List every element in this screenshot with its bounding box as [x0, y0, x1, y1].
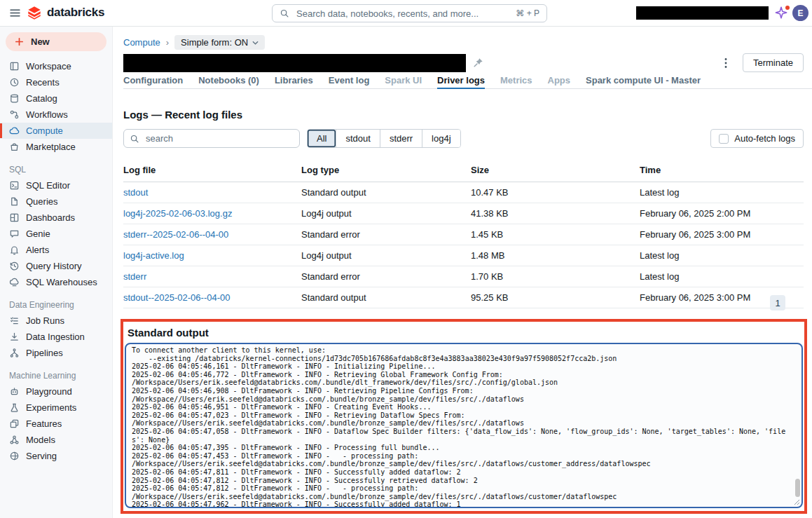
sidebar-item-recents[interactable]: Recents	[0, 74, 112, 90]
tab-libraries[interactable]: Libraries	[275, 74, 313, 88]
sidebar-item-alerts[interactable]: Alerts	[0, 242, 112, 258]
sidebar-item-features[interactable]: Features	[0, 416, 112, 432]
table-row: stderr Standard error 1.70 KB Latest log	[123, 266, 804, 287]
time-cell: Latest log	[640, 266, 804, 287]
hamburger-menu-icon[interactable]	[9, 7, 21, 19]
log-files-table: Log file Log type Size Time stdout Stand…	[123, 159, 804, 308]
column-header-log-file: Log file	[123, 159, 301, 182]
filter-log4j-button[interactable]: log4j	[422, 130, 460, 147]
queries-icon	[9, 196, 20, 207]
log-filter-group: All stdout stderr log4j	[307, 129, 461, 148]
sidebar-item-dashboards[interactable]: Dashboards	[0, 210, 112, 226]
sidebar-item-models[interactable]: Models	[0, 432, 112, 448]
sidebar-item-queries[interactable]: Queries	[0, 193, 112, 210]
compute-cloud-icon	[9, 125, 20, 136]
log-file-link[interactable]: stderr	[123, 271, 146, 282]
page-1-button[interactable]: 1	[770, 295, 785, 311]
table-row: stdout--2025-02-06--04-00 Standard outpu…	[123, 287, 804, 308]
terminate-button[interactable]: Terminate	[743, 53, 804, 72]
sidebar-item-genie[interactable]: Genie	[0, 226, 112, 242]
column-header-time: Time	[640, 159, 804, 182]
log-type-cell: Log4j output	[301, 203, 471, 224]
workflows-icon	[9, 109, 20, 120]
tab-spark-ui[interactable]: Spark UI	[385, 74, 422, 88]
log-file-link[interactable]: stdout--2025-02-06--04-00	[123, 292, 230, 303]
sidebar-item-query-history[interactable]: Query History	[0, 258, 112, 274]
log-search-input[interactable]	[144, 132, 294, 144]
sidebar-item-data-ingestion[interactable]: Data Ingestion	[0, 329, 112, 345]
sidebar-item-compute[interactable]: Compute	[0, 123, 112, 139]
sidebar-item-label: Workflows	[26, 109, 68, 120]
log-output-panel[interactable]: To connect another client to this kernel…	[125, 343, 803, 508]
log-type-cell: Standard error	[301, 266, 471, 287]
tab-event-log[interactable]: Event log	[329, 74, 370, 88]
log-file-link[interactable]: log4j-2025-02-06-03.log.gz	[123, 208, 232, 219]
size-cell: 95.25 KB	[471, 287, 640, 308]
sidebar-item-experiments[interactable]: Experiments	[0, 400, 112, 416]
breadcrumb: Compute › Simple form: ON	[123, 35, 265, 50]
flask-icon	[9, 402, 20, 413]
tab-metrics[interactable]: Metrics	[500, 74, 532, 88]
plus-icon	[14, 36, 25, 47]
top-bar: databricks ⌘ + P E	[0, 0, 812, 27]
assistant-sparkle-icon[interactable]	[775, 6, 789, 20]
notification-dot	[785, 6, 790, 10]
sidebar-item-label: Alerts	[26, 245, 49, 255]
logs-controls: All stdout stderr log4j Auto-fetch logs	[123, 129, 804, 149]
sidebar-item-label: Dashboards	[26, 212, 75, 223]
sidebar-item-workflows[interactable]: Workflows	[0, 107, 112, 123]
filter-all-button[interactable]: All	[308, 130, 336, 147]
time-cell: Latest log	[640, 245, 804, 266]
tab-spark-compute-ui-master[interactable]: Spark compute UI - Master	[586, 74, 701, 88]
sidebar-item-pipelines[interactable]: Pipelines	[0, 345, 112, 361]
search-icon	[280, 8, 289, 18]
breadcrumb-mode-dropdown[interactable]: Simple form: ON	[174, 35, 265, 50]
tab-configuration[interactable]: Configuration	[123, 74, 183, 88]
search-shortcut: ⌘ + P	[516, 8, 539, 18]
sidebar-item-workspace[interactable]: Workspace	[0, 58, 112, 74]
tab-notebooks[interactable]: Notebooks (0)	[198, 74, 259, 88]
log-file-link[interactable]: log4j-active.log	[123, 250, 184, 261]
data-ingestion-icon	[9, 332, 20, 342]
sidebar-item-sql-editor[interactable]: SQL Editor	[0, 177, 112, 193]
global-search[interactable]: ⌘ + P	[272, 4, 547, 22]
resize-handle[interactable]	[794, 499, 800, 505]
pipelines-icon	[9, 348, 20, 358]
auto-fetch-logs-toggle[interactable]: Auto-fetch logs	[710, 129, 804, 148]
sidebar-item-label: Workspace	[26, 61, 71, 71]
sidebar-item-label: Genie	[26, 229, 50, 239]
table-row: stdout Standard output 10.47 KB Latest l…	[123, 182, 804, 203]
sidebar-item-sql-warehouses[interactable]: SQL Warehouses	[0, 274, 112, 290]
size-cell: 1.48 MB	[471, 245, 640, 266]
pin-icon[interactable]	[472, 57, 484, 69]
databricks-logo[interactable]: databricks	[27, 5, 104, 20]
sidebar-item-label: Features	[26, 418, 62, 429]
sidebar-item-label: SQL Editor	[26, 180, 70, 191]
sidebar-item-job-runs[interactable]: Job Runs	[0, 313, 112, 329]
playground-icon	[9, 386, 20, 397]
tab-apps[interactable]: Apps	[548, 74, 571, 88]
size-cell: 41.38 KB	[471, 203, 640, 224]
global-search-input[interactable]	[295, 8, 510, 20]
breadcrumb-compute-link[interactable]: Compute	[123, 37, 160, 48]
sidebar-item-marketplace[interactable]: Marketplace	[0, 139, 112, 155]
sidebar-item-serving[interactable]: Serving	[0, 448, 112, 464]
sidebar-item-playground[interactable]: Playground	[0, 383, 112, 400]
log-search[interactable]	[123, 129, 300, 148]
tab-driver-logs[interactable]: Driver logs	[437, 74, 485, 88]
scrollbar-thumb[interactable]	[795, 479, 800, 497]
sidebar-item-label: Serving	[26, 451, 57, 461]
genie-icon	[9, 229, 20, 239]
new-button[interactable]: New	[6, 32, 106, 51]
sidebar-item-catalog[interactable]: Catalog	[0, 90, 112, 107]
search-icon	[130, 134, 139, 144]
log-file-link[interactable]: stderr--2025-02-06--04-00	[123, 229, 228, 240]
log-file-link[interactable]: stdout	[123, 187, 148, 198]
breadcrumb-chevron-icon: ›	[166, 37, 169, 48]
filter-stderr-button[interactable]: stderr	[380, 130, 422, 147]
chevron-down-icon	[252, 41, 259, 45]
more-actions-kebab-icon[interactable]	[719, 55, 733, 71]
filter-stdout-button[interactable]: stdout	[336, 130, 379, 147]
auto-fetch-checkbox[interactable]	[719, 134, 729, 144]
user-avatar[interactable]: E	[792, 5, 808, 21]
